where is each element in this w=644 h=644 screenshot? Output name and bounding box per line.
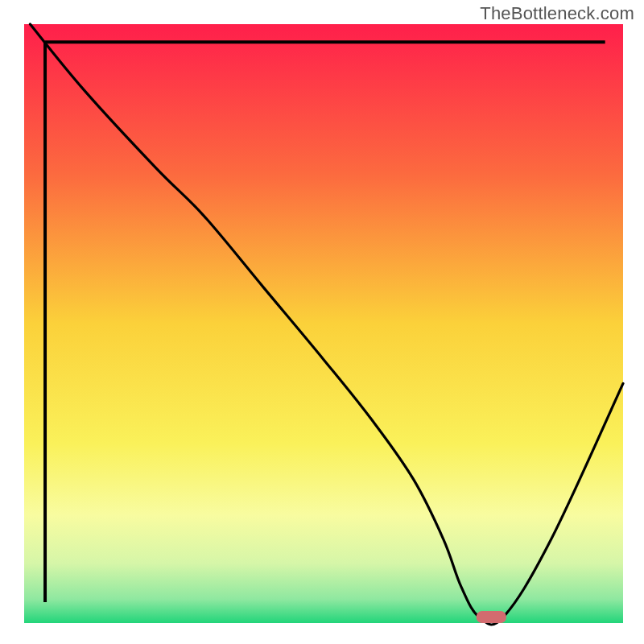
watermark-text: TheBottleneck.com bbox=[480, 3, 634, 24]
optimal-marker bbox=[477, 611, 506, 623]
chart-gradient-bg bbox=[24, 24, 623, 623]
bottleneck-chart bbox=[0, 0, 644, 644]
chart-frame: TheBottleneck.com bbox=[0, 0, 644, 644]
